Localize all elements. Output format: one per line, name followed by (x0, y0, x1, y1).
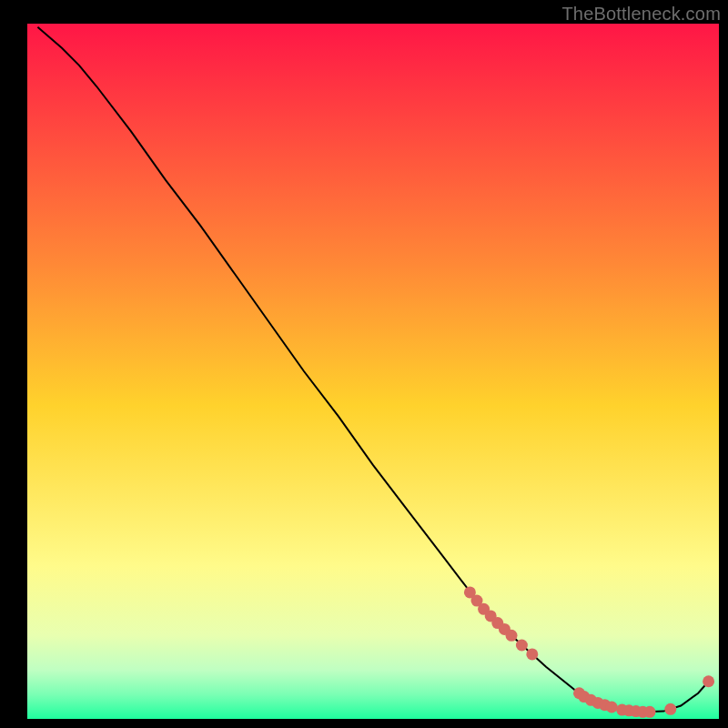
attribution-text: TheBottleneck.com (561, 4, 721, 25)
marker-point (516, 640, 528, 652)
chart-svg (0, 0, 728, 728)
marker-point (703, 675, 714, 687)
marker-point (644, 706, 656, 718)
chart-stage: TheBottleneck.com (0, 0, 728, 728)
marker-point (664, 703, 676, 715)
marker-point (526, 648, 538, 660)
marker-point (606, 702, 618, 713)
marker-point (506, 630, 518, 642)
plot-background (27, 24, 719, 719)
